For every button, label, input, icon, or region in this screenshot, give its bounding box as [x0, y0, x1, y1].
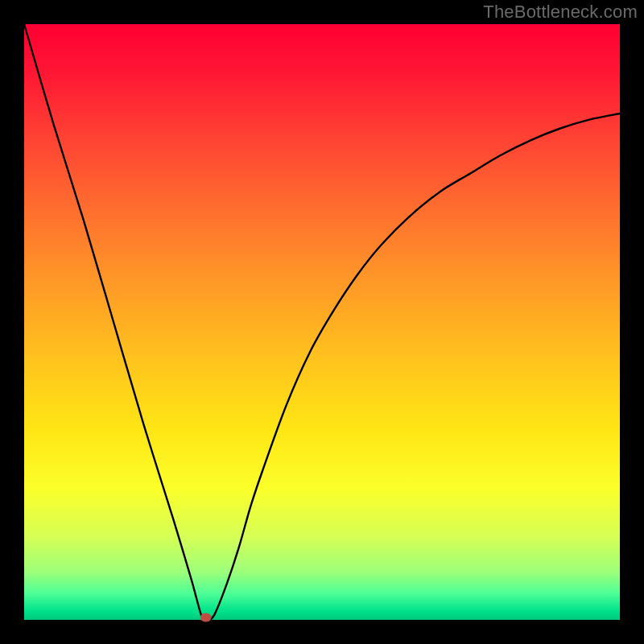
watermark-text: TheBottleneck.com: [483, 2, 638, 23]
bottleneck-chart: [0, 0, 644, 644]
chart-container: TheBottleneck.com: [0, 0, 644, 644]
optimal-point-marker: [200, 613, 212, 622]
